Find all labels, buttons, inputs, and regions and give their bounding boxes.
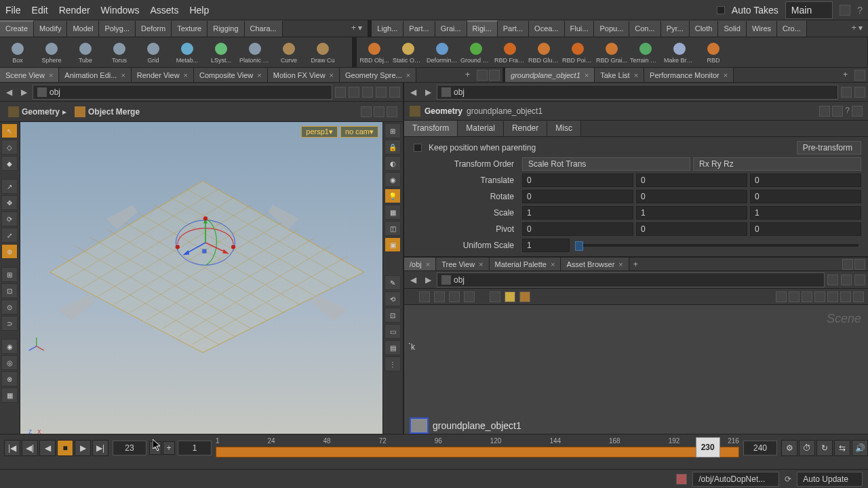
tool-Deforming[interactable]: Deforming... [426,39,458,66]
tl-opt1-icon[interactable]: ⚙ [781,440,797,456]
parm-tab-misc[interactable]: Misc [547,121,581,136]
disp-opt1[interactable]: ⊞ [384,123,401,138]
pane-max-icon[interactable] [489,70,500,81]
translate-y[interactable] [636,174,747,187]
view-tool4[interactable]: ▦ [1,388,18,403]
snap1-tool[interactable]: ⊞ [1,267,18,282]
parm-tab-render[interactable]: Render [504,121,547,136]
desktop-dropdown[interactable]: Main [785,1,833,19]
play-first-button[interactable]: |◀ [4,440,20,456]
viewport-camera-label[interactable]: persp1▾ [301,126,338,138]
shelf-tab-Cloth[interactable]: Cloth [690,20,719,37]
tl-audio-icon[interactable]: 🔊 [852,440,868,456]
crumb-geometry[interactable]: Geometry ▸ [5,105,69,119]
vp-opt1-icon[interactable] [361,106,372,117]
tool-RBD[interactable]: RBD [697,39,730,66]
crumb-objectmerge[interactable]: Object Merge [72,105,142,119]
magnet-tool[interactable]: ⊃ [1,316,18,331]
autotakes-checkbox[interactable] [717,6,725,14]
pane-opt-r-icon[interactable] [854,70,865,81]
net-layout1-icon[interactable] [776,291,787,302]
shelf-tab-Texture[interactable]: Texture [172,20,208,37]
net-gear-icon[interactable] [854,274,865,285]
net-layout5-icon[interactable] [827,291,838,302]
net-list1-icon[interactable] [419,291,430,302]
shelf-tab-Rigi[interactable]: Rigi... [467,20,498,37]
shelf-add-left[interactable]: + ▾ [346,20,368,37]
shelf-tab-Polyg[interactable]: Polyg... [99,20,136,37]
translate-z[interactable] [750,174,861,187]
shelf-tab-Rigging[interactable]: Rigging [208,20,244,37]
uniform-scale-field[interactable] [522,239,570,252]
tool-Grid[interactable]: Grid [137,39,170,66]
shelf-tab-Flui[interactable]: Flui... [565,20,595,37]
net-snap-icon[interactable] [853,291,864,302]
shelf-tab-Part[interactable]: Part... [403,20,435,37]
net-pane-opt[interactable] [842,259,853,270]
pane-tab-CompositeView[interactable]: Composite View× [194,68,268,82]
disp-opt12[interactable]: ▤ [384,340,401,355]
close-icon[interactable]: × [184,71,188,79]
net-layout4-icon[interactable] [814,291,825,302]
close-icon[interactable]: × [618,260,623,268]
pretransform-dropdown[interactable]: Pre-transform [797,141,861,155]
tool-MakeBreak[interactable]: Make Break... [663,39,696,66]
path-opt3-icon[interactable] [376,87,387,98]
net-tab-TreeView[interactable]: Tree View× [436,258,489,270]
lasso-tool[interactable]: ◇ [1,140,18,155]
menu-edit[interactable]: Edit [32,5,48,16]
disp-opt6[interactable]: ◫ [384,221,401,236]
pane-opt-icon[interactable] [477,70,488,81]
cook-path-dropdown[interactable]: /obj/AutoDopNet... [692,472,779,487]
pane-tab-MotionFXView[interactable]: Motion FX View× [268,68,340,82]
shelf-tab-Wires[interactable]: Wires [747,20,777,37]
tool-RBDPoint[interactable]: RBD Point... [561,39,594,66]
tool-GroundPla[interactable]: Ground Pla... [460,39,492,66]
path-field-left[interactable]: obj [33,85,332,100]
tool-TerrainObj[interactable]: Terrain Obj... [629,39,662,66]
close-icon[interactable]: × [551,260,555,268]
close-icon[interactable]: × [330,71,334,79]
shelf-tab-Create[interactable]: Create [0,20,34,37]
disp-light[interactable]: 💡 [384,188,401,203]
tool-RBDFractu[interactable]: RBD Fractu... [494,39,526,66]
shelf-tab-Con[interactable]: Con... [629,20,660,37]
pane-tab-SceneView[interactable]: Scene View× [0,68,59,82]
play-prev-button[interactable]: ◀ [39,440,56,456]
disp-opt5[interactable]: ▦ [384,205,401,220]
tab-add-left[interactable]: + [461,68,474,82]
close-icon[interactable]: × [634,71,638,79]
update-mode-dropdown[interactable]: Auto Update [797,472,863,487]
net-tab-MaterialPalette[interactable]: Material Palette× [490,258,561,270]
net-layout2-icon[interactable] [789,291,800,302]
nav-back-r-icon[interactable]: ◀ [407,86,419,98]
close-icon[interactable]: × [257,71,261,79]
disp-opt11[interactable]: ▭ [384,324,401,339]
play-last-button[interactable]: ▶| [92,440,108,456]
path-field-right[interactable]: obj [437,85,838,100]
close-icon[interactable]: × [426,260,430,268]
rotate-x[interactable] [522,190,633,203]
net-box-icon[interactable] [519,291,530,302]
pane-tab-GeometrySpre[interactable]: Geometry Spre...× [340,68,416,82]
tl-realtime-icon[interactable]: ⏱ [799,440,815,456]
snap3-tool[interactable]: ⊙ [1,300,18,314]
net-opt1-icon[interactable] [841,274,852,285]
handle-tool[interactable]: ⊕ [1,244,18,259]
close-icon[interactable]: × [585,71,589,79]
vp-opt2-icon[interactable] [374,106,384,117]
move-tool[interactable]: ✥ [1,195,18,210]
disp-opt10[interactable]: ⊡ [384,308,401,323]
close-icon[interactable]: × [121,71,125,79]
frame-dec-button[interactable]: − [149,441,161,455]
tool-RBDGrai[interactable]: RBD Grai... [595,39,628,66]
brain-icon[interactable] [676,474,687,485]
tool-LSyst[interactable]: LSyst... [205,39,237,66]
scale-x[interactable] [522,206,633,220]
scale-tool[interactable]: ⤢ [1,228,18,243]
net-pane-max[interactable] [854,259,865,270]
disp-opt7[interactable]: ▣ [384,237,401,252]
parm-name-field[interactable]: groundplane_object1 [467,106,542,116]
start-frame-field[interactable] [178,441,212,455]
shelf-tab-Cro[interactable]: Cro... [777,20,807,37]
